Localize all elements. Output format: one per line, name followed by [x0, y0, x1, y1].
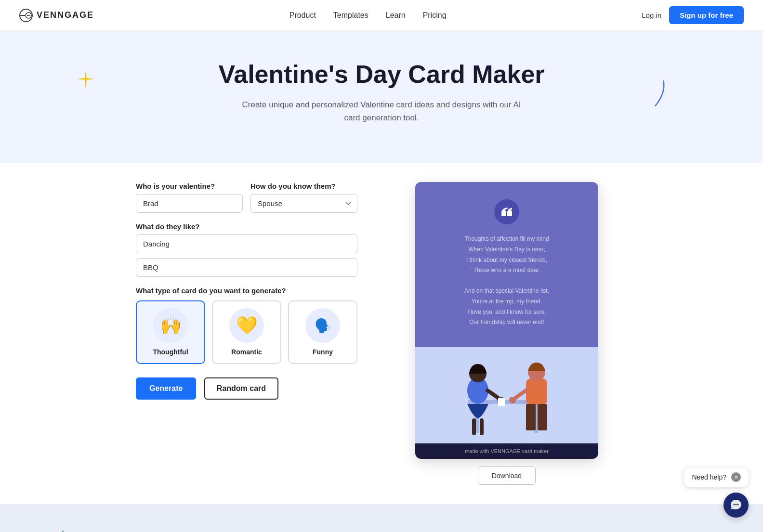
svg-rect-14 — [526, 404, 536, 430]
know-them-label: How do you know them? — [250, 182, 357, 190]
navbar: VENNGAGE Product Templates Learn Pricing… — [0, 0, 763, 31]
card-poem-text: Thoughts of affection fill my mind When … — [431, 234, 583, 327]
quote-icon — [494, 199, 519, 224]
tool-area: Who is your valentine? How do you know t… — [117, 182, 646, 484]
bottom-section: ✦ Generate a Valentine card in seconds — [0, 504, 763, 532]
svg-rect-15 — [538, 404, 547, 430]
poem-line-6: You're at the top, my friend. — [431, 297, 583, 307]
logo[interactable]: VENNGAGE — [19, 9, 94, 22]
signup-button[interactable]: Sign up for free — [669, 6, 744, 24]
svg-rect-9 — [480, 418, 484, 435]
random-button[interactable]: Random card — [204, 377, 278, 400]
likes-group: What do they like? — [136, 222, 357, 277]
hero-section: Valentine's Day Card Maker Create unique… — [0, 31, 763, 163]
need-help-text: Need help? — [692, 473, 726, 481]
svg-point-16 — [509, 397, 516, 403]
card-type-label: What type of card do you want to generat… — [136, 286, 357, 295]
svg-point-17 — [734, 504, 735, 506]
thoughtful-icon: 🙌 — [153, 308, 188, 343]
svg-rect-11 — [498, 398, 505, 406]
generate-button[interactable]: Generate — [136, 377, 196, 400]
card-preview: Thoughts of affection fill my mind When … — [415, 182, 598, 458]
card-poem-section: Thoughts of affection fill my mind When … — [415, 182, 598, 347]
poem-line-5: And on that special Valentine list, — [431, 286, 583, 297]
chat-icon — [730, 499, 742, 511]
nav-links: Product Templates Learn Pricing — [289, 11, 447, 20]
svg-rect-2 — [415, 347, 598, 443]
svg-point-19 — [737, 504, 739, 506]
thoughtful-label: Thoughtful — [153, 348, 188, 356]
curl-decoration — [652, 79, 667, 111]
know-them-select[interactable]: Spouse Partner Friend Family Crush — [250, 194, 357, 213]
svg-rect-12 — [526, 378, 547, 405]
likes-label: What do they like? — [136, 222, 357, 231]
valentine-group: Who is your valentine? — [136, 182, 243, 213]
like2-input[interactable] — [136, 258, 357, 277]
like1-input[interactable] — [136, 234, 357, 253]
funny-icon: 🗣️ — [305, 308, 340, 343]
form-row-top: Who is your valentine? How do you know t… — [136, 182, 357, 222]
logo-text: VENNGAGE — [37, 10, 94, 20]
card-types-container: 🙌 Thoughtful 💛 Romantic 🗣️ Funny — [136, 300, 357, 364]
card-type-group: What type of card do you want to generat… — [136, 286, 357, 364]
card-type-romantic[interactable]: 💛 Romantic — [212, 300, 281, 364]
nav-actions: Log in Sign up for free — [642, 6, 744, 24]
card-footer: made with VENNGAGE card maker — [415, 443, 598, 459]
romantic-label: Romantic — [231, 348, 262, 356]
card-type-thoughtful[interactable]: 🙌 Thoughtful — [136, 300, 205, 364]
romantic-icon: 💛 — [229, 308, 264, 343]
poem-line-3: I think about my closest friends, — [431, 255, 583, 266]
nav-templates[interactable]: Templates — [333, 11, 368, 20]
download-button[interactable]: Download — [478, 467, 536, 485]
need-help-bubble: Need help? ✕ — [684, 467, 749, 487]
card-preview-panel: Thoughts of affection fill my mind When … — [386, 182, 627, 484]
chat-button[interactable] — [724, 493, 749, 518]
nav-product[interactable]: Product — [289, 11, 316, 20]
logo-icon — [19, 9, 33, 22]
poem-line-8: Our friendship will never end! — [431, 317, 583, 328]
poem-line-2: When Valentine's Day is near; — [431, 245, 583, 255]
nav-learn[interactable]: Learn — [386, 11, 406, 20]
plus-decoration: ✦ — [58, 528, 67, 532]
svg-rect-8 — [472, 418, 476, 435]
funny-label: Funny — [313, 348, 333, 356]
valentine-input[interactable] — [136, 194, 243, 213]
chat-widget: Need help? ✕ — [684, 467, 749, 518]
login-button[interactable]: Log in — [642, 11, 661, 19]
form-panel: Who is your valentine? How do you know t… — [136, 182, 357, 400]
know-them-group: How do you know them? Spouse Partner Fri… — [250, 182, 357, 213]
poem-line-7: I love you, and I know for sure, — [431, 307, 583, 318]
card-type-funny[interactable]: 🗣️ Funny — [288, 300, 357, 364]
poem-line-1: Thoughts of affection fill my mind — [431, 234, 583, 245]
hero-content: Valentine's Day Card Maker Create unique… — [189, 60, 574, 124]
page-subtitle: Create unique and personalized Valentine… — [242, 98, 521, 124]
close-bubble-button[interactable]: ✕ — [731, 472, 741, 482]
sparkle-decoration — [77, 69, 94, 94]
action-buttons: Generate Random card — [136, 377, 357, 400]
nav-pricing[interactable]: Pricing — [423, 11, 447, 20]
svg-point-18 — [736, 504, 737, 506]
card-illustration — [415, 347, 598, 443]
valentine-label: Who is your valentine? — [136, 182, 243, 190]
card-footer-text: made with VENNGAGE card maker — [465, 448, 549, 454]
page-title: Valentine's Day Card Maker — [189, 60, 574, 89]
poem-line-4: Those who are most dear. — [431, 265, 583, 276]
